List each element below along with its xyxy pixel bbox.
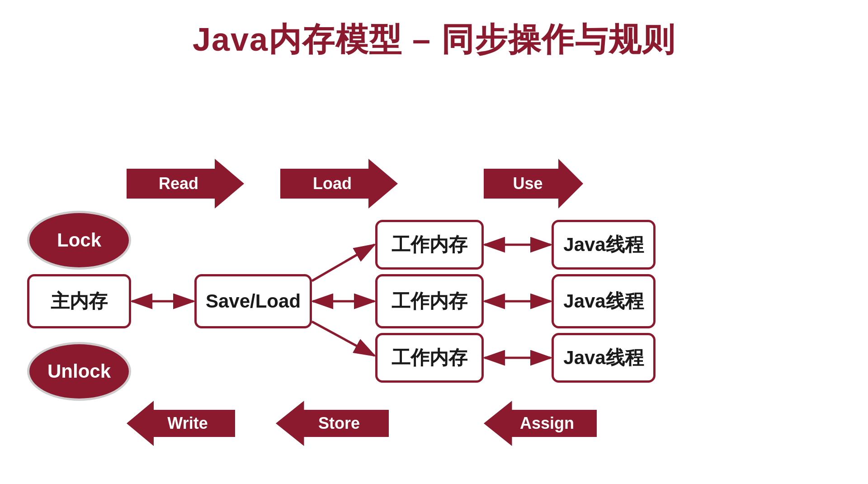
load-arrow: Load — [280, 159, 398, 209]
work-memory-2-label: 工作内存 — [392, 289, 467, 314]
lock-ellipse: Lock — [27, 211, 131, 270]
read-arrow: Read — [127, 159, 244, 209]
assign-label: Assign — [520, 414, 574, 433]
unlock-label: Unlock — [47, 361, 111, 382]
java-thread-1-box: Java线程 — [552, 220, 656, 270]
work-memory-3-box: 工作内存 — [375, 333, 484, 383]
main-memory-box: 主内存 — [27, 274, 131, 328]
store-arrow: Store — [276, 401, 389, 446]
use-label: Use — [513, 174, 542, 193]
java-thread-2-box: Java线程 — [552, 274, 656, 328]
svg-line-7 — [312, 322, 374, 356]
use-arrow: Use — [484, 159, 583, 209]
java-thread-1-label: Java线程 — [563, 232, 643, 257]
java-thread-2-label: Java线程 — [563, 289, 643, 314]
work-memory-1-box: 工作内存 — [375, 220, 484, 270]
save-load-label: Save/Load — [206, 290, 301, 312]
store-label: Store — [318, 414, 360, 433]
diagram: Read Load Use Lock Unlock 主内存 Save/Load … — [0, 71, 868, 478]
java-thread-3-label: Java线程 — [563, 345, 643, 370]
work-memory-2-box: 工作内存 — [375, 274, 484, 328]
save-load-box: Save/Load — [194, 274, 312, 328]
svg-line-6 — [312, 245, 374, 281]
read-label: Read — [159, 174, 198, 193]
java-thread-3-box: Java线程 — [552, 333, 656, 383]
lock-label: Lock — [57, 229, 101, 251]
work-memory-1-label: 工作内存 — [392, 232, 467, 257]
unlock-ellipse: Unlock — [27, 342, 131, 401]
load-label: Load — [313, 174, 352, 193]
work-memory-3-label: 工作内存 — [392, 345, 467, 370]
main-memory-label: 主内存 — [51, 289, 108, 314]
page-title: Java内存模型 – 同步操作与规则 — [0, 0, 868, 62]
assign-arrow: Assign — [484, 401, 597, 446]
write-arrow: Write — [127, 401, 235, 446]
write-label: Write — [167, 414, 208, 433]
